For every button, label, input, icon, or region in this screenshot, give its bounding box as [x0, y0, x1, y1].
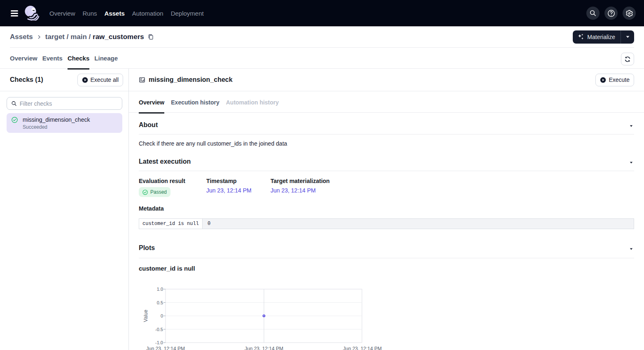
svg-text:Jun 23, 12:14 PM: Jun 23, 12:14 PM	[343, 346, 382, 350]
svg-text:0: 0	[161, 313, 163, 318]
svg-text:0.5: 0.5	[157, 300, 163, 305]
svg-text:1.0: 1.0	[157, 287, 163, 292]
svg-text:Value: Value	[143, 310, 149, 322]
svg-text:-0.5: -0.5	[155, 327, 163, 332]
svg-text:Jun 23, 12:14 PM: Jun 23, 12:14 PM	[245, 346, 283, 350]
svg-text:Jun 23, 12:14 PM: Jun 23, 12:14 PM	[146, 346, 185, 350]
svg-text:-1.0: -1.0	[155, 340, 163, 345]
